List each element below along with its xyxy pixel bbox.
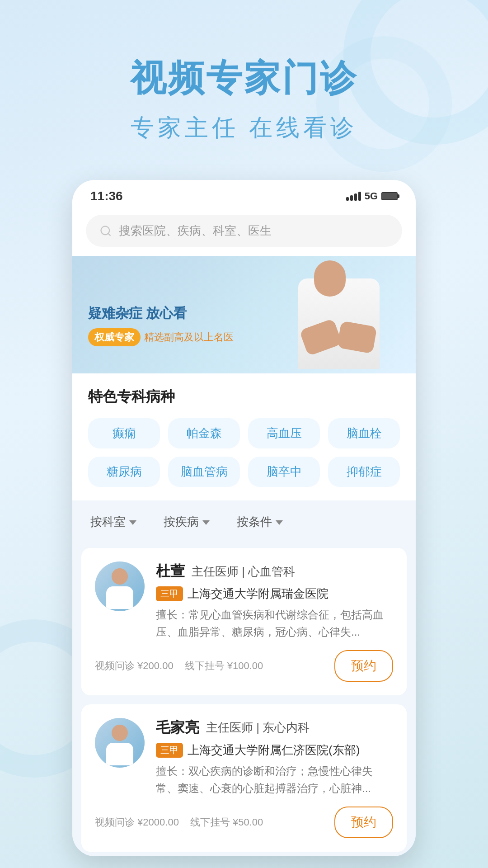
signal-icon: [346, 192, 361, 201]
doctor-avatar: [95, 718, 145, 768]
price-row: 视频问诊 ¥200.00 线下挂号 ¥100.00: [95, 659, 263, 673]
doctor-card-top: 杜萱 主任医师 | 心血管科 三甲 上海交通大学附属瑞金医院 擅长：常见心血管疾…: [95, 561, 393, 641]
status-time: 11:36: [90, 189, 123, 203]
avatar-person: [102, 568, 138, 604]
hospital-name: 上海交通大学附属瑞金医院: [188, 586, 328, 602]
specialty-section-title: 特色专科病种: [88, 387, 400, 407]
status-bar: 11:36 5G: [72, 180, 416, 208]
badge-desc: 精选副高及以上名医: [144, 330, 234, 344]
hero-subtitle: 专家主任 在线看诊: [0, 112, 488, 144]
doctor-desc: 擅长：常见心血管疾病和代谢综合征，包括高血压、血脂异常、糖尿病，冠心病、心律失.…: [156, 606, 393, 641]
specialty-tag[interactable]: 糖尿病: [88, 457, 160, 487]
doctor-figure: [289, 260, 389, 369]
avatar-body: [106, 586, 133, 609]
specialty-tag[interactable]: 脑血栓: [328, 418, 400, 448]
filter-label: 按条件: [237, 514, 272, 530]
doctor-info: 杜萱 主任医师 | 心血管科 三甲 上海交通大学附属瑞金医院 擅长：常见心血管疾…: [156, 561, 393, 641]
doctor-desc: 擅长：双心疾病的诊断和治疗；急慢性心律失常、窦速、心衰的心脏起搏器治疗，心脏神.…: [156, 763, 393, 797]
video-price: 视频问诊 ¥2000.00: [95, 816, 179, 829]
chevron-down-icon: [129, 520, 136, 525]
doctors-list: 杜萱 主任医师 | 心血管科 三甲 上海交通大学附属瑞金医院 擅长：常见心血管疾…: [72, 543, 416, 856]
specialty-tag[interactable]: 高血压: [248, 418, 320, 448]
doctor-title: 主任医师 | 心血管科: [192, 564, 295, 580]
search-bar[interactable]: 搜索医院、疾病、科室、医生: [86, 215, 402, 247]
doctor-card: 杜萱 主任医师 | 心血管科 三甲 上海交通大学附属瑞金医院 擅长：常见心血管疾…: [81, 548, 407, 695]
offline-price: 线下挂号 ¥50.00: [190, 816, 263, 829]
hero-section: 视频专家门诊 专家主任 在线看诊: [0, 0, 488, 144]
battery-icon: [381, 192, 398, 200]
specialty-tag[interactable]: 脑卒中: [248, 457, 320, 487]
hospital-name: 上海交通大学附属仁济医院(东部): [188, 742, 360, 758]
avatar-head: [112, 568, 128, 585]
avatar-person: [102, 725, 138, 761]
avatar-placeholder: [95, 561, 145, 611]
banner: 疑难杂症 放心看 权威专家 精选副高及以上名医: [72, 256, 416, 373]
doctor-title: 主任医师 | 东心内科: [206, 720, 310, 736]
hospital-row: 三甲 上海交通大学附属瑞金医院: [156, 586, 393, 602]
hand-right: [337, 321, 377, 354]
specialty-tag[interactable]: 帕金森: [168, 418, 240, 448]
specialty-grid: 癫痫帕金森高血压脑血栓糖尿病脑血管病脑卒中抑郁症: [88, 418, 400, 487]
doctor-head: [314, 260, 346, 297]
avatar-head: [112, 725, 128, 741]
appoint-button[interactable]: 预约: [334, 650, 393, 682]
phone-mockup: 11:36 5G 搜索医院、疾病、科室、医生: [72, 180, 416, 856]
doctor-name-row: 毛家亮 主任医师 | 东心内科: [156, 718, 393, 738]
doctor-card-bottom: 视频问诊 ¥200.00 线下挂号 ¥100.00 预约: [95, 650, 393, 682]
doctor-card-top: 毛家亮 主任医师 | 东心内科 三甲 上海交通大学附属仁济医院(东部) 擅长：双…: [95, 718, 393, 797]
hospital-level-badge: 三甲: [156, 743, 183, 758]
hospital-level-badge: 三甲: [156, 586, 183, 601]
search-container: 搜索医院、疾病、科室、医生: [72, 208, 416, 256]
filter-bar: 按科室按疾病按条件: [72, 500, 416, 543]
search-icon: [99, 225, 112, 237]
doctor-card-bottom: 视频问诊 ¥2000.00 线下挂号 ¥50.00 预约: [95, 807, 393, 838]
status-icons: 5G: [346, 190, 398, 202]
specialty-tag[interactable]: 抑郁症: [328, 457, 400, 487]
offline-price: 线下挂号 ¥100.00: [185, 659, 263, 673]
video-price: 视频问诊 ¥200.00: [95, 659, 174, 673]
banner-badge: 权威专家 精选副高及以上名医: [88, 328, 234, 346]
filter-label: 按疾病: [164, 514, 199, 530]
chevron-down-icon: [276, 520, 283, 525]
banner-text: 疑难杂症 放心看 权威专家 精选副高及以上名医: [88, 304, 234, 346]
network-label: 5G: [365, 190, 378, 202]
specialty-tag[interactable]: 脑血管病: [168, 457, 240, 487]
filter-button[interactable]: 按科室: [81, 509, 145, 534]
badge-label: 权威专家: [88, 328, 141, 346]
doctor-name: 毛家亮: [156, 718, 199, 738]
search-placeholder: 搜索医院、疾病、科室、医生: [119, 223, 272, 239]
doctor-name-row: 杜萱 主任医师 | 心血管科: [156, 561, 393, 581]
doctor-name: 杜萱: [156, 561, 185, 581]
filter-button[interactable]: 按条件: [228, 509, 292, 534]
banner-title: 疑难杂症 放心看: [88, 304, 234, 323]
specialty-section: 特色专科病种 癫痫帕金森高血压脑血栓糖尿病脑血管病脑卒中抑郁症: [72, 373, 416, 500]
specialty-tag[interactable]: 癫痫: [88, 418, 160, 448]
svg-point-0: [101, 226, 110, 235]
svg-line-1: [108, 233, 110, 236]
hero-title: 视频专家门诊: [0, 54, 488, 103]
doctor-card: 毛家亮 主任医师 | 东心内科 三甲 上海交通大学附属仁济医院(东部) 擅长：双…: [81, 704, 407, 852]
filter-label: 按科室: [90, 514, 126, 530]
avatar-body: [106, 743, 133, 765]
hospital-row: 三甲 上海交通大学附属仁济医院(东部): [156, 742, 393, 758]
doctor-hands: [294, 310, 384, 355]
appoint-button[interactable]: 预约: [334, 807, 393, 838]
doctor-info: 毛家亮 主任医师 | 东心内科 三甲 上海交通大学附属仁济医院(东部) 擅长：双…: [156, 718, 393, 797]
chevron-down-icon: [202, 520, 210, 525]
hand-left: [299, 318, 343, 356]
filter-button[interactable]: 按疾病: [155, 509, 219, 534]
doctor-avatar: [95, 561, 145, 611]
avatar-placeholder: [95, 718, 145, 768]
price-row: 视频问诊 ¥2000.00 线下挂号 ¥50.00: [95, 816, 263, 829]
